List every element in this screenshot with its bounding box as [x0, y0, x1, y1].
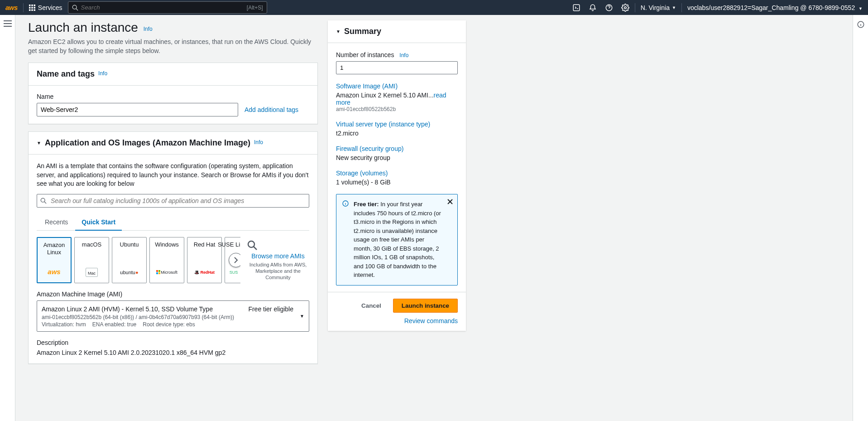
redhat-logo-icon: 🎩 RedHat	[194, 266, 215, 279]
chevron-right-icon	[234, 257, 238, 263]
suse-logo-icon: SUS	[230, 266, 238, 279]
aws-logo-icon: aws	[48, 265, 60, 279]
software-image-link[interactable]: Software Image (AMI)	[336, 82, 458, 90]
nav-divider	[23, 3, 24, 12]
os-card-redhat[interactable]: Red Hat 🎩 RedHat	[187, 237, 222, 283]
add-tags-link[interactable]: Add additional tags	[245, 106, 298, 113]
ami-selected-meta: ami-01eccbf80522b562b (64-bit (x86)) / a…	[42, 314, 295, 320]
info-icon	[342, 200, 349, 207]
name-tags-title: Name and tags	[37, 69, 95, 79]
software-image-id: ami-01eccbf80522b562b	[336, 106, 458, 112]
help-panel-collapsed	[853, 15, 868, 377]
services-menu[interactable]: Services	[29, 4, 62, 11]
svg-line-10	[76, 9, 78, 10]
svg-rect-2	[34, 5, 35, 6]
ami-root: Root device type: ebs	[143, 321, 195, 328]
region-label: N. Virginia	[641, 4, 670, 11]
page-desc: Amazon EC2 allows you to create virtual …	[28, 38, 318, 55]
search-icon	[247, 240, 258, 251]
browse-more-link[interactable]: Browse more AMIs	[247, 252, 309, 260]
description-value: Amazon Linux 2 Kernel 5.10 AMI 2.0.20231…	[37, 349, 309, 356]
os-card-windows[interactable]: Windows Microsoft	[149, 237, 184, 283]
launch-instance-button[interactable]: Launch instance	[393, 299, 458, 313]
svg-rect-0	[29, 5, 31, 6]
nav-divider	[635, 3, 635, 12]
info-link[interactable]: Info	[399, 52, 408, 58]
cloudshell-icon[interactable]	[572, 4, 580, 12]
info-icon[interactable]	[857, 20, 865, 29]
svg-rect-23	[158, 270, 160, 272]
num-instances-input[interactable]	[336, 61, 458, 74]
os-label: SUSE Linux	[218, 241, 240, 248]
os-card-ubuntu[interactable]: Ubuntu ubuntu●	[112, 237, 147, 283]
description-label: Description	[37, 339, 309, 346]
svg-rect-3	[29, 7, 31, 9]
scroll-next-button[interactable]	[229, 253, 240, 267]
browse-more-amis[interactable]: Browse more AMIs Including AMIs from AWS…	[247, 240, 309, 281]
info-link[interactable]: Info	[98, 70, 107, 77]
ami-virt: Virtualization: hvm	[42, 321, 86, 328]
os-label: macOS	[82, 241, 101, 248]
ami-desc: An AMI is a template that contains the s…	[37, 162, 309, 189]
search-shortcut: [Alt+S]	[247, 5, 263, 11]
hamburger-icon[interactable]	[4, 20, 12, 27]
services-label: Services	[38, 4, 62, 11]
side-nav-collapsed	[0, 15, 15, 377]
grid-icon	[29, 5, 35, 11]
ubuntu-logo-icon: ubuntu●	[120, 266, 138, 279]
caret-down-icon: ▼	[672, 5, 676, 10]
ami-panel-title: Application and OS Images (Amazon Machin…	[45, 138, 250, 148]
svg-point-26	[248, 241, 254, 247]
ami-select-dropdown[interactable]: Amazon Linux 2 AMI (HVM) - Kernel 5.10, …	[37, 300, 309, 332]
instance-name-input[interactable]	[37, 103, 238, 116]
summary-panel: ▼ Summary Number of instances Info Softw…	[328, 20, 466, 331]
svg-line-27	[254, 247, 257, 250]
os-label: Amazon Linux	[39, 242, 69, 256]
os-card-row: Amazon Linux aws macOS Mac Ubuntu ubuntu…	[37, 237, 240, 283]
os-card-amazon-linux[interactable]: Amazon Linux aws	[37, 237, 72, 283]
svg-rect-24	[156, 272, 158, 274]
review-commands-link[interactable]: Review commands	[404, 317, 458, 324]
info-link[interactable]: Info	[254, 139, 263, 145]
os-label: Ubuntu	[120, 241, 139, 248]
caret-down-icon: ▼	[300, 314, 304, 319]
notifications-icon[interactable]	[589, 4, 597, 12]
region-selector[interactable]: N. Virginia ▼	[641, 4, 676, 11]
summary-title: Summary	[344, 27, 381, 36]
num-instances-label: Number of instances	[336, 51, 394, 58]
os-card-macos[interactable]: macOS Mac	[74, 237, 109, 283]
free-tier-label: Free tier:	[354, 201, 379, 208]
os-label: Red Hat	[194, 241, 216, 248]
svg-rect-6	[29, 9, 31, 11]
global-search-input[interactable]	[81, 4, 247, 11]
firewall-link[interactable]: Firewall (security group)	[336, 145, 458, 152]
cancel-button[interactable]: Cancel	[356, 300, 387, 312]
tab-recents[interactable]: Recents	[43, 214, 70, 230]
tab-quick-start[interactable]: Quick Start	[80, 214, 117, 230]
mac-logo-icon: Mac	[86, 266, 98, 279]
name-label: Name	[37, 93, 309, 100]
name-tags-panel: Name and tags Info Name Add additional t…	[28, 63, 318, 124]
ami-free-tier-badge: Free tier eligible	[248, 305, 293, 313]
ami-panel: ▼ Application and OS Images (Amazon Mach…	[28, 131, 318, 364]
summary-footer: Cancel Launch instance Review commands	[328, 292, 466, 331]
caret-down-icon[interactable]: ▼	[37, 140, 41, 145]
ami-search-input[interactable]	[37, 194, 309, 208]
caret-down-icon[interactable]: ▼	[336, 29, 340, 34]
settings-icon[interactable]	[621, 4, 629, 12]
instance-type-link[interactable]: Virtual server type (instance type)	[336, 121, 458, 128]
firewall-value: New security group	[336, 154, 458, 161]
aws-logo[interactable]: aws	[5, 4, 18, 11]
ami-tabs: Recents Quick Start	[37, 214, 309, 231]
help-icon[interactable]	[605, 4, 613, 12]
close-icon[interactable]	[447, 199, 453, 204]
software-image-value: Amazon Linux 2 Kernel 5.10 AMI...	[336, 92, 434, 99]
global-search[interactable]: [Alt+S]	[68, 1, 267, 14]
info-link[interactable]: Info	[144, 26, 153, 32]
global-nav: aws Services [Alt+S] N. Virginia ▼ vocla…	[0, 0, 868, 15]
svg-point-20	[41, 198, 45, 202]
ami-search[interactable]	[37, 194, 309, 208]
storage-link[interactable]: Storage (volumes)	[336, 169, 458, 177]
search-icon	[72, 5, 78, 11]
user-menu[interactable]: voclabs/user2882912=Sagar_Chamling @ 678…	[687, 4, 863, 11]
